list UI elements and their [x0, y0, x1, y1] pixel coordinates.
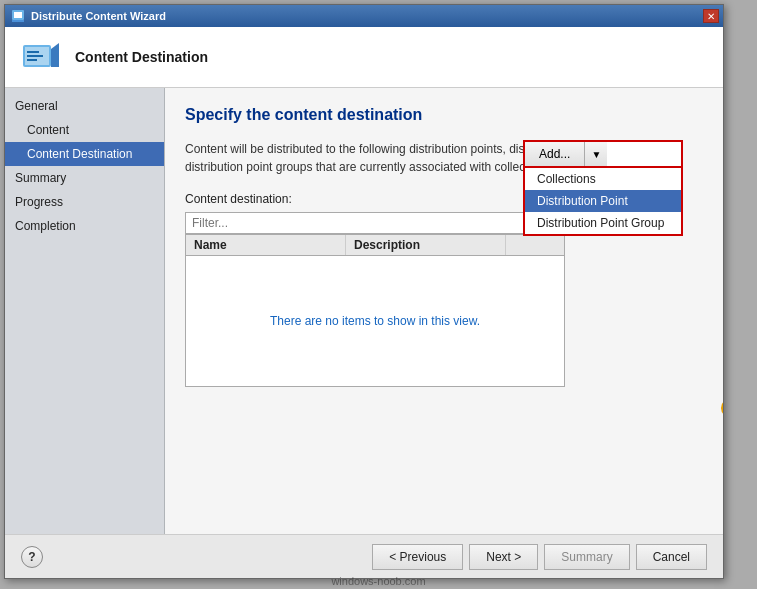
watermark: windows-noob.com	[331, 575, 425, 587]
title-bar-left: Distribute Content Wizard	[11, 9, 166, 23]
dropdown-item-collections[interactable]: Collections	[525, 168, 681, 190]
dropdown-item-distribution-point[interactable]: Distribution Point	[525, 190, 681, 212]
content-area: Specify the content destination Content …	[165, 88, 723, 534]
warning-icon: !	[721, 398, 723, 418]
svg-rect-5	[27, 51, 39, 53]
dropdown-item-distribution-point-group[interactable]: Distribution Point Group	[525, 212, 681, 234]
header-section: Content Destination	[5, 27, 723, 88]
footer-right: < Previous Next > Summary Cancel	[372, 544, 707, 570]
col-name: Name	[186, 235, 346, 255]
sidebar-item-summary[interactable]: Summary	[5, 166, 164, 190]
col-extra	[506, 235, 564, 255]
sidebar-item-completion[interactable]: Completion	[5, 214, 164, 238]
add-button-row: Add... ▼	[523, 140, 683, 168]
header-title: Content Destination	[75, 49, 208, 65]
table-container: Name Description There are no items to s…	[185, 234, 565, 387]
page-title: Specify the content destination	[185, 106, 703, 124]
wizard-window: Distribute Content Wizard ✕ Content Dest…	[4, 4, 724, 579]
add-dropdown-arrow[interactable]: ▼	[585, 142, 607, 166]
close-button[interactable]: ✕	[703, 9, 719, 23]
svg-rect-6	[27, 55, 43, 57]
wizard-icon	[11, 9, 25, 23]
footer-left: ?	[21, 546, 43, 568]
footer: ? < Previous Next > Summary Cancel	[5, 534, 723, 578]
cancel-button[interactable]: Cancel	[636, 544, 707, 570]
svg-rect-2	[12, 20, 24, 22]
no-items-text: There are no items to show in this view.	[270, 314, 480, 328]
main-content: General Content Content Destination Summ…	[5, 88, 723, 534]
window-title: Distribute Content Wizard	[31, 10, 166, 22]
sidebar-item-content-destination[interactable]: Content Destination	[5, 142, 164, 166]
filter-input[interactable]	[185, 212, 541, 234]
sidebar-item-progress[interactable]: Progress	[5, 190, 164, 214]
help-button[interactable]: ?	[21, 546, 43, 568]
sidebar-item-content[interactable]: Content	[5, 118, 164, 142]
add-button[interactable]: Add...	[525, 142, 585, 166]
sidebar: General Content Content Destination Summ…	[5, 88, 165, 534]
svg-marker-8	[51, 43, 59, 67]
dropdown-popup: Add... ▼ Collections Distribution Point …	[523, 140, 683, 236]
col-description: Description	[346, 235, 506, 255]
table-header: Name Description	[186, 235, 564, 256]
summary-button[interactable]: Summary	[544, 544, 629, 570]
svg-rect-7	[27, 59, 37, 61]
previous-button[interactable]: < Previous	[372, 544, 463, 570]
svg-rect-1	[14, 12, 22, 18]
next-button[interactable]: Next >	[469, 544, 538, 570]
table-body: There are no items to show in this view.	[186, 256, 564, 386]
title-bar: Distribute Content Wizard ✕	[5, 5, 723, 27]
sidebar-item-general[interactable]: General	[5, 94, 164, 118]
header-icon	[21, 37, 61, 77]
dropdown-menu: Collections Distribution Point Distribut…	[523, 168, 683, 236]
